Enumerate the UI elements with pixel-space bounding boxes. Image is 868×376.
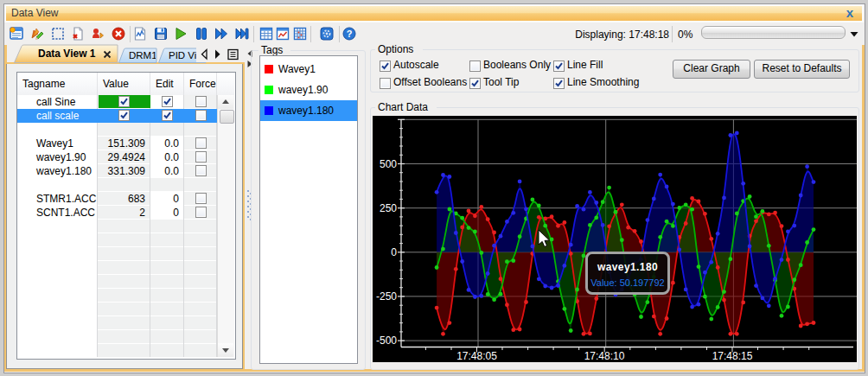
svg-text:500: 500 [380,157,397,169]
svg-text:17:48:05: 17:48:05 [456,349,497,361]
svg-text:17:48:15: 17:48:15 [712,349,753,361]
svg-text:17:48:10: 17:48:10 [584,349,625,361]
svg-text:?: ? [347,29,353,39]
svg-text:-250: -250 [376,290,397,302]
svg-text:0: 0 [391,245,397,258]
svg-text:-500: -500 [376,335,397,347]
svg-text:250: 250 [380,201,397,213]
